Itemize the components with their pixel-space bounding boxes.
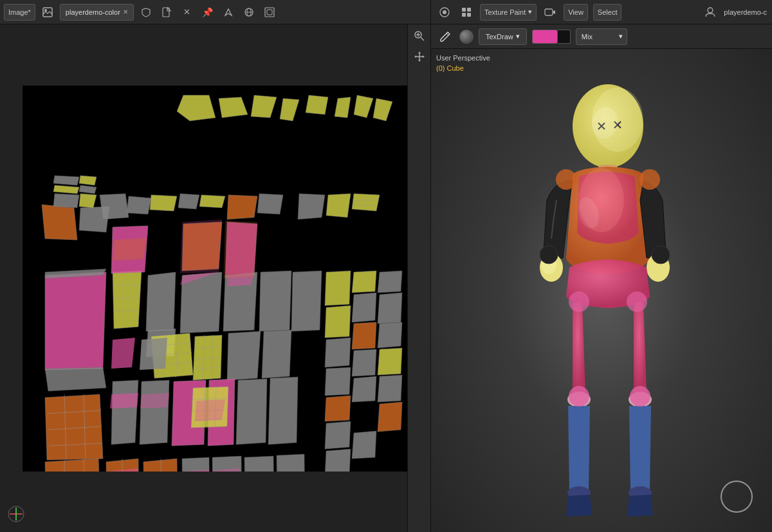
svg-marker-39 xyxy=(257,194,283,214)
svg-marker-143 xyxy=(378,402,402,432)
texture-paint-label: Texture Paint xyxy=(484,8,526,16)
svg-marker-43 xyxy=(326,194,351,217)
svg-marker-75 xyxy=(352,293,376,322)
svg-marker-71 xyxy=(325,271,351,306)
texdraw-button[interactable]: TexDraw ▾ xyxy=(479,28,527,45)
svg-marker-102 xyxy=(352,376,376,402)
svg-marker-22 xyxy=(354,95,373,118)
svg-marker-148 xyxy=(180,219,222,273)
svg-marker-93 xyxy=(236,379,267,445)
svg-marker-52 xyxy=(79,176,96,185)
svg-marker-140 xyxy=(244,456,275,472)
svg-marker-27 xyxy=(127,196,151,214)
uv-canvas-area[interactable] xyxy=(0,24,430,532)
dropdown-arrow: ▾ xyxy=(528,8,532,16)
file-icon[interactable] xyxy=(158,4,175,21)
svg-marker-94 xyxy=(268,377,298,445)
svg-point-180 xyxy=(540,246,558,264)
mix-label: Mix xyxy=(582,33,593,41)
svg-point-9 xyxy=(443,10,446,14)
svg-point-184 xyxy=(569,291,589,312)
shield-icon[interactable] xyxy=(138,4,154,21)
svg-line-153 xyxy=(421,37,424,41)
material-sphere-icon xyxy=(459,30,473,44)
svg-rect-7 xyxy=(267,10,272,15)
texture-paint-btn[interactable]: Texture Paint ▾ xyxy=(480,4,537,21)
view-btn[interactable]: View xyxy=(564,4,588,21)
svg-marker-78 xyxy=(262,330,291,378)
svg-marker-95 xyxy=(325,338,351,367)
user-label: playerdemo-c xyxy=(724,8,767,16)
svg-rect-6 xyxy=(265,8,274,17)
svg-marker-70 xyxy=(291,271,322,331)
select-btn[interactable]: Select xyxy=(593,4,622,21)
svg-marker-28 xyxy=(150,195,177,211)
svg-marker-99 xyxy=(352,349,376,376)
svg-marker-136 xyxy=(182,457,210,472)
svg-point-181 xyxy=(652,246,670,264)
mode-icon[interactable] xyxy=(436,4,453,21)
svg-marker-69 xyxy=(259,271,291,331)
zoom-in-icon[interactable] xyxy=(410,27,428,45)
svg-marker-74 xyxy=(325,306,351,338)
image-type-icon[interactable] xyxy=(39,4,56,21)
close-tab-icon[interactable]: ✕ xyxy=(123,8,128,15)
svg-marker-100 xyxy=(378,348,402,375)
svg-marker-44 xyxy=(352,194,380,211)
character-container xyxy=(431,73,772,532)
color-swatches[interactable] xyxy=(532,28,571,45)
svg-marker-53 xyxy=(146,272,176,331)
svg-marker-144 xyxy=(325,449,351,472)
file-tab[interactable]: playerdemo-color ✕ xyxy=(60,4,134,21)
svg-point-183 xyxy=(639,169,660,190)
svg-marker-157 xyxy=(418,60,421,62)
svg-marker-145 xyxy=(352,431,376,459)
dots-icon[interactable] xyxy=(458,4,475,21)
file-name: playerdemo-color xyxy=(66,8,120,16)
perspective-label: User Perspective xyxy=(436,54,490,62)
mix-dropdown[interactable]: Mix xyxy=(576,28,627,45)
svg-rect-10 xyxy=(462,8,466,12)
svg-marker-20 xyxy=(306,95,328,115)
svg-marker-96 xyxy=(352,322,376,349)
svg-marker-81 xyxy=(111,380,138,445)
svg-marker-113 xyxy=(45,459,103,472)
svg-marker-104 xyxy=(111,338,135,369)
brush-tool-icon[interactable] xyxy=(436,28,454,46)
svg-marker-73 xyxy=(378,271,402,293)
secondary-color-swatch[interactable] xyxy=(558,30,571,44)
user-icon[interactable] xyxy=(702,4,719,21)
svg-marker-18 xyxy=(251,95,277,118)
uv-editor-panel xyxy=(0,24,431,532)
svg-marker-33 xyxy=(45,367,106,391)
svg-marker-105 xyxy=(140,338,167,370)
svg-marker-159 xyxy=(423,55,425,58)
svg-marker-149 xyxy=(223,221,257,279)
svg-marker-98 xyxy=(325,367,351,396)
tool-icon[interactable] xyxy=(220,4,237,21)
left-header: Image* playerdemo-color ✕ ✕ 📌 xyxy=(0,0,431,24)
image-menu[interactable]: Image* xyxy=(4,4,35,21)
close-icon[interactable]: ✕ xyxy=(179,4,196,21)
pin-icon[interactable]: 📌 xyxy=(199,4,216,21)
primary-color-swatch[interactable] xyxy=(532,30,558,44)
svg-marker-49 xyxy=(53,185,79,194)
svg-marker-141 xyxy=(277,454,306,472)
texdraw-dropdown-arrow: ▾ xyxy=(516,32,520,41)
svg-marker-151 xyxy=(113,238,146,261)
uv-right-toolbar xyxy=(407,24,430,532)
svg-marker-97 xyxy=(378,322,402,348)
svg-marker-72 xyxy=(352,271,376,293)
svg-marker-103 xyxy=(378,375,402,402)
svg-marker-82 xyxy=(140,380,169,445)
axis-indicator xyxy=(6,504,26,526)
render-icon[interactable] xyxy=(542,4,558,21)
svg-marker-91 xyxy=(110,393,138,408)
globe-icon[interactable] xyxy=(241,4,257,21)
svg-marker-29 xyxy=(178,194,199,209)
frame-icon[interactable] xyxy=(261,4,278,21)
viewport-panel: TexDraw ▾ Mix User Perspective (0) Cube xyxy=(431,24,772,532)
svg-marker-17 xyxy=(219,97,248,118)
viewport-3d[interactable]: User Perspective (0) Cube xyxy=(431,49,772,532)
pan-icon[interactable] xyxy=(410,48,428,66)
